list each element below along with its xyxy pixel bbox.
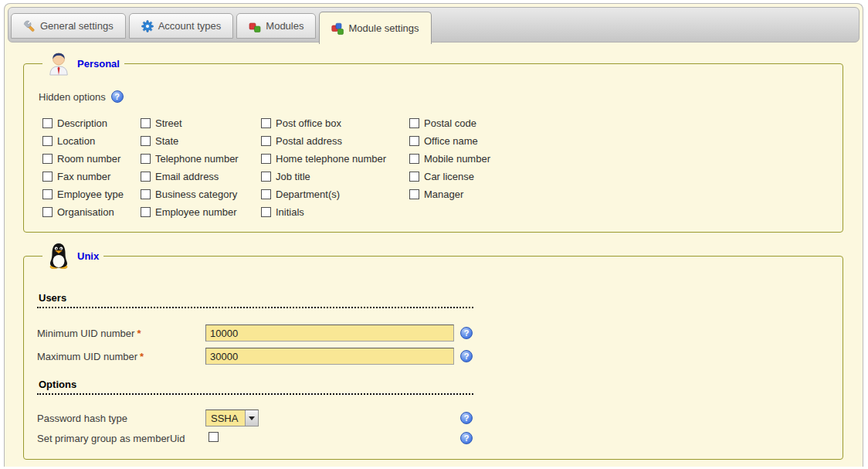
- unix-section-title: Unix: [77, 250, 99, 262]
- hidden-option-label: Job title: [276, 171, 310, 182]
- hidden-option-street: Street: [141, 114, 261, 132]
- hidden-option-checkbox-room-number[interactable]: [42, 154, 53, 164]
- hidden-option-postal-code: Postal code: [409, 114, 829, 132]
- tab-general-settings[interactable]: General settings: [11, 13, 126, 39]
- hidden-option-checkbox-employee-number[interactable]: [141, 207, 151, 217]
- options-subsection-header: Options: [37, 379, 473, 395]
- hidden-option-fax-number: Fax number: [42, 168, 141, 185]
- hidden-option-business-category: Business category: [141, 185, 261, 203]
- hidden-option-checkbox-car-license[interactable]: [409, 172, 419, 182]
- hidden-option-checkbox-location[interactable]: [42, 136, 53, 146]
- hidden-options-column: StreetStateTelephone numberEmail address…: [141, 114, 261, 221]
- hidden-option-label: Postal code: [424, 117, 476, 129]
- users-fields: Minimum UID number*Maximum UID number*: [37, 325, 829, 365]
- hidden-option-label: Postal address: [276, 135, 342, 147]
- maximum-uid-number-label: Maximum UID number*: [37, 351, 205, 362]
- hidden-option-label: Manager: [424, 189, 463, 200]
- hidden-option-mobile-number: Mobile number: [409, 150, 829, 168]
- hidden-option-checkbox-state[interactable]: [141, 136, 151, 146]
- hidden-option-label: Initials: [276, 206, 304, 218]
- hidden-options-grid: DescriptionLocationRoom numberFax number…: [42, 114, 829, 221]
- hidden-option-label: Room number: [57, 153, 120, 165]
- hidden-option-job-title: Job title: [261, 168, 409, 185]
- help-icon[interactable]: [460, 412, 473, 424]
- hidden-option-label: Mobile number: [424, 153, 490, 165]
- hidden-option-checkbox-email-address[interactable]: [141, 172, 151, 182]
- unix-section-legend: Unix: [42, 243, 103, 269]
- password-hash-type-select[interactable]: SSHA: [205, 410, 259, 427]
- dropdown-arrow-icon[interactable]: [245, 410, 258, 426]
- required-asterisk: *: [137, 328, 141, 339]
- hidden-option-checkbox-postal-address[interactable]: [261, 136, 271, 146]
- personal-section-legend: Personal: [42, 51, 124, 76]
- options-fields: Password hash typeSSHASet primary group …: [37, 410, 829, 447]
- hidden-option-label: State: [155, 135, 178, 147]
- gear-icon: [141, 20, 154, 32]
- set-primary-group-as-memberuid-row: Set primary group as memberUid: [37, 430, 829, 447]
- personal-section-title: Personal: [77, 58, 120, 70]
- password-hash-type-row: Password hash typeSSHA: [37, 410, 829, 427]
- maximum-uid-number-input[interactable]: [205, 348, 454, 365]
- hidden-option-checkbox-fax-number[interactable]: [42, 172, 53, 182]
- hidden-option-office-name: Office name: [409, 132, 829, 150]
- hidden-option-home-telephone-number: Home telephone number: [261, 150, 409, 168]
- hidden-option-checkbox-post-office-box[interactable]: [261, 118, 271, 128]
- tab-bar: General settingsAccount typesModulesModu…: [8, 7, 860, 42]
- person-icon: [47, 51, 70, 76]
- hidden-option-checkbox-office-name[interactable]: [409, 136, 419, 146]
- hidden-option-label: Location: [57, 135, 95, 147]
- help-icon[interactable]: [460, 432, 473, 444]
- hidden-options-column: Postal codeOffice nameMobile numberCar l…: [409, 114, 829, 221]
- tab-account-types[interactable]: Account types: [129, 13, 234, 39]
- module-settings-icon: [331, 22, 344, 35]
- hidden-option-checkbox-home-telephone-number[interactable]: [261, 154, 271, 164]
- help-icon[interactable]: [460, 350, 473, 362]
- hidden-option-checkbox-initials[interactable]: [261, 207, 271, 217]
- hidden-options-label: Hidden options: [39, 91, 106, 103]
- tab-label: General settings: [40, 20, 114, 32]
- hidden-option-checkbox-employee-type[interactable]: [42, 189, 53, 199]
- wrench-icon: [23, 20, 36, 32]
- hidden-option-checkbox-mobile-number[interactable]: [409, 154, 419, 164]
- hidden-option-manager: Manager: [409, 185, 829, 203]
- password-hash-type-label: Password hash type: [37, 413, 205, 424]
- modules-icon: [249, 20, 261, 32]
- tab-label: Modules: [266, 20, 303, 32]
- hidden-option-location: Location: [42, 132, 141, 150]
- hidden-option-checkbox-description[interactable]: [42, 118, 53, 128]
- hidden-option-label: Description: [57, 117, 107, 129]
- hidden-option-label: Car license: [424, 171, 474, 182]
- hidden-option-checkbox-department-s[interactable]: [261, 189, 271, 199]
- set-primary-group-as-memberuid-checkbox[interactable]: [209, 432, 219, 442]
- hidden-option-label: Department(s): [276, 189, 340, 200]
- hidden-option-label: Employee type: [57, 189, 124, 200]
- hidden-options-column: DescriptionLocationRoom numberFax number…: [42, 114, 141, 221]
- hidden-option-checkbox-job-title[interactable]: [261, 172, 271, 182]
- hidden-option-checkbox-manager[interactable]: [409, 189, 419, 199]
- hidden-option-checkbox-telephone-number[interactable]: [141, 154, 151, 164]
- hidden-option-label: Organisation: [57, 206, 114, 218]
- tux-penguin-icon: [47, 243, 70, 269]
- hidden-option-checkbox-street[interactable]: [141, 118, 151, 128]
- configuration-panel: General settingsAccount typesModulesModu…: [4, 3, 863, 467]
- hidden-option-checkbox-business-category[interactable]: [141, 189, 151, 199]
- hidden-options-column: Post office boxPostal addressHome teleph…: [261, 114, 409, 221]
- hidden-option-initials: Initials: [261, 203, 409, 221]
- hidden-options-row: Hidden options: [39, 90, 829, 103]
- tab-module-settings[interactable]: Module settings: [319, 12, 431, 44]
- minimum-uid-number-input[interactable]: [205, 325, 454, 342]
- users-subsection-header: Users: [37, 292, 473, 308]
- hidden-option-label: Employee number: [155, 206, 237, 218]
- hidden-option-email-address: Email address: [141, 168, 261, 185]
- hidden-option-label: Fax number: [57, 171, 110, 182]
- help-icon[interactable]: [111, 90, 124, 103]
- tab-modules[interactable]: Modules: [236, 13, 316, 39]
- set-primary-group-as-memberuid-label: Set primary group as memberUid: [37, 433, 205, 444]
- help-icon[interactable]: [460, 327, 473, 339]
- hidden-option-label: Street: [155, 117, 182, 129]
- minimum-uid-number-row: Minimum UID number*: [37, 325, 829, 342]
- hidden-option-label: Office name: [424, 135, 478, 147]
- hidden-option-checkbox-postal-code[interactable]: [409, 118, 419, 128]
- hidden-option-label: Email address: [155, 171, 219, 182]
- hidden-option-checkbox-organisation[interactable]: [42, 207, 53, 217]
